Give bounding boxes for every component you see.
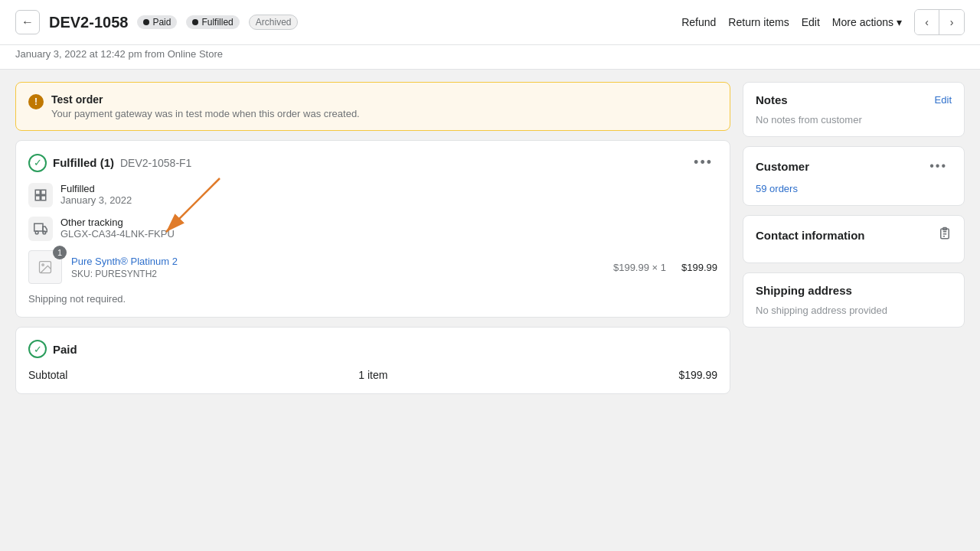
customer-card: Customer ••• 59 orders <box>743 146 965 206</box>
product-name-link[interactable]: Pure Synth® Platinum 2 <box>71 256 178 267</box>
contact-card: Contact information <box>743 215 965 263</box>
next-icon: › <box>950 16 954 28</box>
more-actions-button[interactable]: More actions ▾ <box>832 16 902 28</box>
dots-icon: ••• <box>694 155 713 170</box>
notes-card: Notes Edit No notes from customer <box>743 82 965 137</box>
paid-card: ✓ Paid Subtotal 1 item $199.99 <box>15 327 730 394</box>
customer-title: Customer <box>756 160 809 173</box>
product-sku: SKU: PURESYNTH2 <box>71 269 604 279</box>
back-icon: ← <box>21 15 34 29</box>
alert-message: Your payment gateway was in test mode wh… <box>51 108 360 119</box>
product-qty-badge: 1 <box>53 246 67 259</box>
prev-icon: ‹ <box>925 16 929 28</box>
svg-rect-0 <box>35 190 40 194</box>
fulfilled-more-button[interactable]: ••• <box>689 153 717 172</box>
fulfilled-card: ✓ Fulfilled (1) DEV2-1058-F1 ••• <box>15 140 730 318</box>
shipping-address-card: Shipping address No shipping address pro… <box>743 272 965 328</box>
paid-dot <box>143 19 149 25</box>
tracking-row: Other tracking GLGX-CA34-4LNK-FKPU <box>28 217 717 241</box>
customer-more-button[interactable]: ••• <box>925 158 952 174</box>
header-actions: Refund Return items Edit More actions ▾ … <box>681 9 965 35</box>
customer-orders-link[interactable]: 59 orders <box>756 183 798 194</box>
fulfilled-check-icon: ✓ <box>28 154 47 172</box>
notes-edit-link[interactable]: Edit <box>935 94 952 106</box>
warning-icon: ! <box>28 94 44 109</box>
fulfilled-title: Fulfilled (1) <box>53 156 114 169</box>
paid-check-icon: ✓ <box>28 340 47 358</box>
subtotal-qty: 1 item <box>358 369 387 381</box>
archived-badge: Archived <box>249 15 299 30</box>
svg-rect-3 <box>41 196 46 201</box>
paid-badge: Paid <box>137 15 177 29</box>
next-order-button[interactable]: › <box>939 10 964 34</box>
paid-card-header: ✓ Paid <box>28 340 717 358</box>
fulfilled-dot <box>192 19 198 25</box>
product-info: Pure Synth® Platinum 2 SKU: PURESYNTH2 <box>71 255 604 279</box>
svg-rect-2 <box>35 196 40 201</box>
tracking-label: Other tracking <box>60 217 175 228</box>
clipboard-button[interactable] <box>938 227 952 244</box>
prev-order-button[interactable]: ‹ <box>915 10 939 34</box>
truck-icon <box>28 217 53 241</box>
fulfilled-badge: Fulfilled <box>186 15 239 29</box>
test-order-alert: ! Test order Your payment gateway was in… <box>15 82 730 131</box>
contact-title: Contact information <box>756 229 865 242</box>
tracking-code: GLGX-CA34-4LNK-FKPU <box>60 228 175 240</box>
product-price: $199.99 × 1 <box>613 262 666 273</box>
fulfillment-status-label: Fulfilled <box>60 183 132 194</box>
product-image-wrap: 1 <box>28 250 62 284</box>
subtotal-price: $199.99 <box>678 369 717 381</box>
fulfillment-status-date: January 3, 2022 <box>60 194 132 206</box>
svg-rect-1 <box>41 190 46 194</box>
return-items-button[interactable]: Return items <box>728 16 789 28</box>
paid-title: Paid <box>53 343 77 356</box>
layers-icon <box>28 183 53 207</box>
fulfillment-status-row: Fulfilled January 3, 2022 <box>28 183 717 207</box>
alert-title: Test order <box>51 93 360 106</box>
product-total: $199.99 <box>681 262 717 273</box>
back-button[interactable]: ← <box>15 10 40 34</box>
shipping-note: Shipping not required. <box>28 293 717 305</box>
edit-button[interactable]: Edit <box>802 16 820 28</box>
chevron-down-icon: ▾ <box>897 16 902 28</box>
subtotal-label: Subtotal <box>28 369 67 381</box>
product-row: 1 Pure Synth® Platinum 2 SKU: PURESYNTH2… <box>28 250 717 284</box>
order-id: DEV2-1058 <box>49 14 128 31</box>
order-timestamp: January 3, 2022 at 12:42 pm from Online … <box>0 45 980 70</box>
refund-button[interactable]: Refund <box>681 16 716 28</box>
shipping-title: Shipping address <box>756 284 852 297</box>
no-address-text: No shipping address provided <box>756 305 952 316</box>
no-notes-text: No notes from customer <box>756 114 952 126</box>
svg-rect-4 <box>34 223 43 231</box>
notes-title: Notes <box>756 93 788 106</box>
svg-point-5 <box>35 231 38 234</box>
nav-buttons: ‹ › <box>914 9 965 35</box>
subtotal-row: Subtotal 1 item $199.99 <box>28 369 717 381</box>
fulfilled-order-id: DEV2-1058-F1 <box>120 157 191 169</box>
svg-point-6 <box>43 231 46 234</box>
svg-point-9 <box>42 264 44 266</box>
